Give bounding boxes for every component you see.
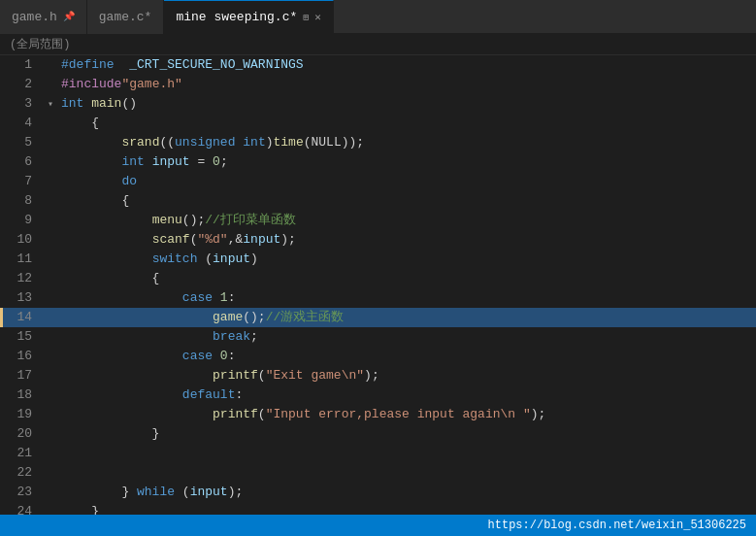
code-token: ); bbox=[280, 232, 296, 247]
line-gutter bbox=[42, 172, 59, 191]
code-token: default bbox=[182, 387, 236, 402]
line-content: printf("Input error,please input again\n… bbox=[59, 405, 756, 424]
line-number: 10 bbox=[3, 230, 42, 250]
code-token: do bbox=[121, 174, 137, 188]
code-token bbox=[145, 154, 152, 169]
line-number: 2 bbox=[3, 75, 42, 94]
line-number: 5 bbox=[3, 133, 42, 152]
code-token bbox=[213, 349, 220, 363]
code-token: while bbox=[137, 485, 175, 499]
line-number: 14 bbox=[3, 308, 42, 327]
line-content: menu();//打印菜单函数 bbox=[59, 211, 756, 230]
line-number: 6 bbox=[3, 152, 42, 172]
line-gutter bbox=[42, 483, 59, 502]
tab-mine-sweeping-label: mine sweeping.c* bbox=[176, 10, 297, 24]
code-line: 16 case 0: bbox=[0, 347, 756, 366]
line-number: 12 bbox=[3, 269, 42, 288]
line-gutter bbox=[42, 308, 59, 327]
code-token: input bbox=[243, 232, 280, 247]
code-token bbox=[61, 329, 213, 344]
code-line: 4 { bbox=[0, 114, 756, 133]
code-line: 23 } while (input); bbox=[0, 483, 756, 502]
code-token: ); bbox=[531, 407, 546, 421]
code-line: 18 default: bbox=[0, 385, 756, 405]
code-line: 15 break; bbox=[0, 327, 756, 347]
code-token bbox=[61, 368, 213, 383]
code-token: : bbox=[228, 349, 236, 363]
code-token: printf bbox=[213, 368, 258, 383]
code-line: 2#include"game.h" bbox=[0, 75, 756, 94]
line-content: switch (input) bbox=[59, 250, 756, 269]
line-content: srand((unsigned int)time(NULL)); bbox=[59, 133, 756, 152]
line-content: #define _CRT_SECURE_NO_WARNINGS bbox=[59, 55, 756, 75]
code-token: input bbox=[190, 485, 228, 499]
line-gutter bbox=[42, 463, 59, 483]
line-number: 4 bbox=[3, 114, 42, 133]
line-gutter bbox=[42, 347, 59, 366]
line-gutter bbox=[42, 444, 59, 463]
code-token: main bbox=[91, 96, 121, 111]
code-line: 21 bbox=[0, 444, 756, 463]
line-content: case 1: bbox=[59, 288, 756, 308]
code-token bbox=[61, 387, 182, 402]
line-number: 13 bbox=[3, 288, 42, 308]
line-content: default: bbox=[59, 385, 756, 405]
code-token: ); bbox=[228, 485, 244, 499]
code-token bbox=[61, 407, 213, 421]
line-number: 7 bbox=[3, 172, 42, 191]
code-token: int bbox=[121, 154, 144, 169]
code-token: time bbox=[274, 135, 304, 150]
code-token: int bbox=[243, 135, 265, 150]
tab-bar: game.h 📌 game.c* mine sweeping.c* ⊞ ✕ bbox=[0, 0, 756, 34]
line-gutter bbox=[42, 269, 59, 288]
code-token: game bbox=[213, 310, 243, 324]
code-token: 1 bbox=[220, 290, 228, 305]
line-content: scanf("%d",&input); bbox=[59, 230, 756, 250]
code-token: input bbox=[213, 251, 250, 266]
tab-close-icon[interactable]: ✕ bbox=[314, 11, 321, 23]
line-gutter bbox=[42, 327, 59, 347]
code-token: = bbox=[190, 154, 213, 169]
tab-pin-icon: ⊞ bbox=[303, 12, 309, 23]
code-token: //打印菜单函数 bbox=[205, 213, 296, 227]
line-content: { bbox=[59, 191, 756, 211]
fold-icon[interactable]: ▾ bbox=[48, 98, 53, 110]
code-line: 13 case 1: bbox=[0, 288, 756, 308]
code-token: "Input error,please input again\n " bbox=[266, 407, 531, 421]
line-content bbox=[59, 444, 756, 463]
line-gutter bbox=[42, 385, 59, 405]
code-line: 8 { bbox=[0, 191, 756, 211]
line-gutter bbox=[42, 405, 59, 424]
code-token: #define bbox=[61, 57, 115, 72]
code-token bbox=[115, 57, 130, 72]
line-content: break; bbox=[59, 327, 756, 347]
tab-mine-sweeping[interactable]: mine sweeping.c* ⊞ ✕ bbox=[164, 0, 333, 34]
code-token: int bbox=[61, 96, 83, 111]
line-gutter bbox=[42, 288, 59, 308]
code-token bbox=[61, 213, 152, 227]
code-token: ); bbox=[364, 368, 379, 383]
line-gutter bbox=[42, 133, 59, 152]
code-area: 1#define _CRT_SECURE_NO_WARNINGS2#includ… bbox=[0, 55, 756, 536]
line-number: 17 bbox=[3, 366, 42, 385]
code-line: 20 } bbox=[0, 424, 756, 444]
editor: 1#define _CRT_SECURE_NO_WARNINGS2#includ… bbox=[0, 55, 756, 536]
code-token: : bbox=[228, 290, 236, 305]
code-token: ) bbox=[250, 251, 258, 266]
line-content: case 0: bbox=[59, 347, 756, 366]
code-line: 9 menu();//打印菜单函数 bbox=[0, 211, 756, 230]
code-line: 3▾int main() bbox=[0, 94, 756, 114]
code-token: () bbox=[121, 96, 137, 111]
line-number: 1 bbox=[3, 55, 42, 75]
line-number: 15 bbox=[3, 327, 42, 347]
line-gutter: ▾ bbox=[42, 94, 59, 114]
line-number: 21 bbox=[3, 444, 42, 463]
code-line: 19 printf("Input error,please input agai… bbox=[0, 405, 756, 424]
tab-game-h[interactable]: game.h 📌 bbox=[0, 0, 87, 34]
code-token: printf bbox=[213, 407, 258, 421]
code-token: switch bbox=[152, 251, 198, 266]
code-token: //游戏主函数 bbox=[266, 310, 345, 324]
line-content: int main() bbox=[59, 94, 756, 114]
line-content: { bbox=[59, 114, 756, 133]
tab-game-c[interactable]: game.c* bbox=[87, 0, 165, 34]
